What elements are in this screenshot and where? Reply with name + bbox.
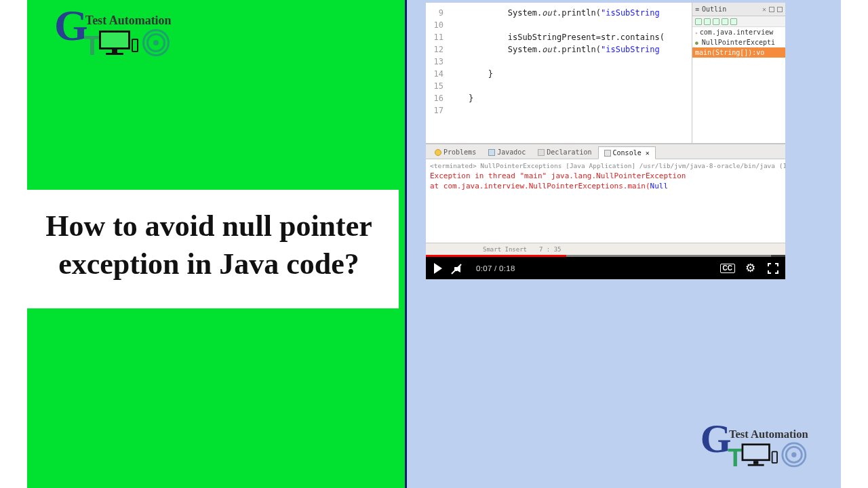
phone-icon — [772, 451, 778, 463]
outline-panel: ≡ Outlin ✕ com.java.interviewNullPointer… — [692, 3, 785, 143]
code-body: System.out.println("isSubString isSubStr… — [449, 7, 692, 104]
line-number: 16 — [426, 92, 446, 104]
brand-logo-footer: G Test Automation T — [701, 424, 808, 462]
code-line — [449, 80, 692, 92]
play-button[interactable] — [433, 263, 443, 274]
video-frame: 91011121314151617 System.out.println("is… — [426, 3, 785, 255]
outline-tree: com.java.interviewNullPointerExcepti mai… — [692, 27, 785, 143]
code-line: System.out.println("isSubString — [449, 43, 692, 56]
maximize-icon — [777, 7, 783, 12]
line-number: 14 — [426, 68, 446, 80]
line-number: 13 — [426, 56, 446, 68]
status-bar: Smart Insert 7 : 35 — [426, 243, 785, 255]
outline-title: Outlin — [702, 5, 726, 13]
code-line — [449, 19, 692, 31]
problems-icon — [435, 149, 441, 156]
right-panel: 91011121314151617 System.out.println("is… — [407, 0, 841, 488]
settings-button[interactable] — [746, 263, 757, 274]
logo-g-letter: G — [54, 8, 88, 43]
close-icon: ✕ — [762, 5, 766, 13]
line-number: 12 — [426, 43, 446, 56]
console-tabs: ProblemsJavadocDeclarationConsole ✕ — [426, 144, 785, 159]
target-icon — [782, 443, 807, 468]
editor-mode: Smart Insert — [483, 246, 527, 253]
code-line: } — [449, 92, 692, 104]
stack-trace-line: at com.java.interview.NullPointerExcepti… — [430, 182, 650, 190]
line-number: 10 — [426, 19, 446, 31]
video-player: 91011121314151617 System.out.println("is… — [426, 3, 785, 279]
tab-problems: Problems — [429, 146, 482, 159]
brand-logo: G Test Automation T — [54, 9, 172, 51]
code-editor: 91011121314151617 System.out.println("is… — [426, 3, 692, 143]
code-line — [449, 56, 692, 68]
outline-item: main(String[]):vo — [692, 47, 785, 58]
outline-toolbar — [692, 16, 785, 27]
outline-item: NullPointerExcepti — [692, 37, 785, 47]
tab-javadoc: Javadoc — [482, 146, 532, 159]
monitor-icon — [742, 443, 770, 466]
stack-trace-link: Null — [650, 182, 669, 190]
console-run-header: <terminated> NullPointerExceptions [Java… — [426, 159, 785, 169]
exception-prefix: Exception in thread "main" — [430, 171, 551, 180]
captions-button[interactable]: CC — [720, 264, 735, 273]
outline-item: com.java.interview — [692, 27, 785, 37]
outline-header: ≡ Outlin ✕ — [692, 3, 785, 16]
line-number: 11 — [426, 31, 446, 43]
exception-class: java.lang.NullPointerException — [551, 171, 686, 180]
line-gutter: 91011121314151617 — [426, 3, 446, 143]
line-number: 17 — [426, 104, 446, 117]
code-line: } — [449, 68, 692, 80]
time-display: 0:07 / 0:18 — [476, 264, 515, 272]
console-output: Exception in thread "main" java.lang.Nul… — [426, 169, 785, 192]
minimize-icon — [769, 7, 774, 12]
video-title: How to avoid null pointer exception in J… — [33, 207, 385, 284]
play-icon — [434, 263, 442, 274]
cursor-position: 7 : 35 — [539, 246, 561, 253]
tree-icon: ≡ — [695, 5, 699, 13]
logo-t-letter: T — [728, 449, 743, 466]
declaration-icon — [538, 149, 545, 156]
phone-icon — [132, 39, 138, 52]
tab-declaration: Declaration — [532, 146, 597, 159]
total-duration: 0:18 — [499, 264, 515, 272]
tab-console: Console ✕ — [598, 146, 656, 159]
brand-name: Test Automation — [729, 428, 808, 441]
target-icon — [142, 29, 170, 56]
title-card: How to avoid null pointer exception in J… — [19, 190, 399, 308]
console-area: ProblemsJavadocDeclarationConsole ✕ <ter… — [426, 144, 785, 255]
player-controls: 0:07 / 0:18 CC — [426, 257, 785, 279]
brand-name: Test Automation — [85, 14, 172, 28]
line-number: 9 — [426, 7, 446, 19]
mute-button[interactable] — [454, 263, 465, 274]
code-line: System.out.println("isSubString — [449, 7, 692, 19]
fullscreen-button[interactable] — [768, 263, 778, 274]
code-line: isSubStringPresent=str.contains( — [449, 31, 692, 43]
logo-t-letter: T — [84, 36, 100, 55]
console-icon — [604, 150, 611, 157]
line-number: 15 — [426, 80, 446, 92]
current-time: 0:07 — [476, 264, 492, 272]
monitor-icon — [99, 30, 130, 55]
javadoc-icon — [488, 149, 495, 156]
